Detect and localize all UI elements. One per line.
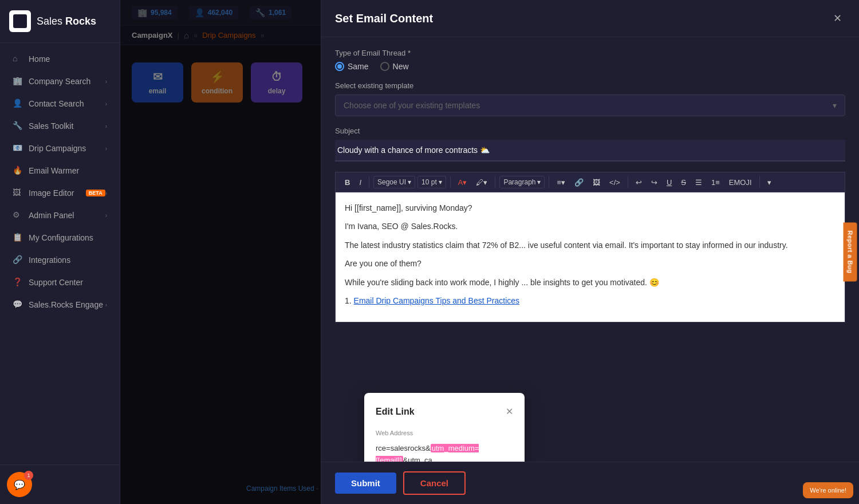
chevron-right-icon: › bbox=[105, 212, 107, 219]
thread-type-field: Type of Email Thread * Same New bbox=[335, 49, 845, 71]
sidebar-logo: Sales Rocks bbox=[0, 0, 120, 43]
sidebar-item-contact-search[interactable]: 👤 Contact Search › bbox=[3, 93, 116, 115]
sidebar-item-engage[interactable]: 💬 Sales.Rocks Engage › bbox=[3, 294, 116, 316]
sidebar-item-sales-toolkit[interactable]: 🔧 Sales Toolkit › bbox=[3, 115, 116, 137]
thread-radio-group: Same New bbox=[335, 62, 845, 71]
chevron-right-icon: › bbox=[105, 123, 107, 129]
chat-button[interactable]: 💬 1 bbox=[7, 472, 32, 497]
submit-button[interactable]: Submit bbox=[335, 472, 396, 494]
sidebar-item-email-warmer[interactable]: 🔥 Email Warmer bbox=[3, 160, 116, 182]
sidebar-item-label: Admin Panel bbox=[29, 211, 105, 220]
image-editor-icon: 🖼 bbox=[13, 188, 23, 198]
radio-new-circle bbox=[380, 62, 389, 71]
integrations-icon: 🔗 bbox=[13, 255, 23, 265]
warmer-icon: 🔥 bbox=[13, 166, 23, 176]
editor-line-3: I'm Ivana, SEO @ Sales.Rocks. bbox=[345, 220, 836, 233]
template-select[interactable]: Choose one of your existing templates ▾ bbox=[335, 94, 845, 116]
popup-close-button[interactable]: ✕ bbox=[506, 404, 513, 419]
emoji-button[interactable]: EMOJI bbox=[726, 176, 755, 188]
strikethrough-button[interactable]: S bbox=[677, 176, 689, 188]
link-button[interactable]: 🔗 bbox=[571, 176, 587, 188]
sidebar: Sales Rocks ⌂ Home 🏢 Company Search › 👤 … bbox=[0, 0, 120, 504]
modal-title: Set Email Content bbox=[335, 12, 433, 25]
modal-footer: Submit Cancel bbox=[321, 462, 859, 504]
toolkit-icon: 🔧 bbox=[13, 121, 23, 131]
sidebar-item-support-center[interactable]: ❓ Support Center bbox=[3, 271, 116, 293]
subject-label: Subject bbox=[335, 127, 845, 135]
chevron-down-icon: ▾ bbox=[439, 178, 442, 186]
cancel-button[interactable]: Cancel bbox=[403, 471, 466, 495]
chat-icon: 💬 bbox=[14, 479, 25, 490]
sidebar-item-image-editor[interactable]: 🖼 Image Editor BETA › bbox=[3, 182, 116, 204]
highlight-button[interactable]: 🖊▾ bbox=[472, 176, 491, 188]
chevron-down-icon: ▾ bbox=[537, 178, 541, 186]
contact-icon: 👤 bbox=[13, 99, 23, 109]
editor-body[interactable]: Hi [[first_name]], surviving Monday? I'm… bbox=[335, 192, 845, 322]
editor-link[interactable]: Email Drip Campaigns Tips and Best Pract… bbox=[354, 296, 519, 305]
sidebar-item-label: Home bbox=[29, 54, 107, 64]
logo-icon bbox=[9, 10, 31, 32]
sidebar-item-label: Sales.Rocks Engage bbox=[29, 300, 105, 309]
sidebar-item-home[interactable]: ⌂ Home bbox=[3, 48, 116, 70]
modal-close-button[interactable]: ✕ bbox=[829, 10, 845, 26]
toolbar-separator-6 bbox=[759, 176, 760, 188]
main-area: 🏢 95,984 👤 462,040 🔧 1,061 CampaignX | ⌂… bbox=[120, 0, 859, 504]
undo-button[interactable]: ↩ bbox=[632, 176, 645, 188]
chevron-down-icon: ▾ bbox=[833, 101, 837, 110]
toolbar-separator-2 bbox=[450, 176, 451, 188]
more-options-button[interactable]: ▾ bbox=[764, 176, 775, 188]
numbered-list-button[interactable]: 1≡ bbox=[708, 176, 723, 188]
template-label: Select existing template bbox=[335, 81, 845, 90]
radio-new[interactable]: New bbox=[380, 62, 409, 71]
template-placeholder: Choose one of your existing templates bbox=[344, 101, 480, 110]
sidebar-item-label: Company Search bbox=[29, 77, 105, 86]
template-field: Select existing template Choose one of y… bbox=[335, 81, 845, 116]
bold-button[interactable]: B bbox=[341, 176, 353, 188]
home-icon: ⌂ bbox=[13, 54, 23, 64]
chevron-right-icon: › bbox=[105, 101, 107, 107]
toolbar-separator-1 bbox=[369, 176, 369, 188]
web-address-label: Web Address bbox=[376, 428, 513, 439]
editor-toolbar: B I Segoe UI ▾ 10 pt ▾ A▾ 🖊▾ bbox=[335, 172, 845, 192]
popup-web-address-field: Web Address rce=salesrocks&utm_medium=[[… bbox=[376, 428, 513, 462]
redo-button[interactable]: ↪ bbox=[648, 176, 661, 188]
code-button[interactable]: </> bbox=[606, 176, 624, 188]
sidebar-item-label: My Configurations bbox=[29, 233, 107, 242]
sidebar-item-label: Sales Toolkit bbox=[29, 121, 105, 131]
italic-button[interactable]: I bbox=[356, 176, 365, 188]
image-button[interactable]: 🖼 bbox=[589, 176, 604, 188]
we-online-button[interactable]: We're online! bbox=[803, 482, 853, 498]
sidebar-item-integrations[interactable]: 🔗 Integrations bbox=[3, 249, 116, 271]
font-color-button[interactable]: A▾ bbox=[455, 176, 471, 188]
chevron-right-icon: › bbox=[105, 190, 107, 196]
support-icon: ❓ bbox=[13, 277, 23, 288]
bullet-list-button[interactable]: ☰ bbox=[692, 176, 706, 188]
popup-title: Edit Link bbox=[376, 404, 415, 419]
logo-text: Sales Rocks bbox=[37, 15, 96, 27]
web-address-post: &utm_ca bbox=[403, 456, 432, 462]
toolbar-separator-4 bbox=[549, 176, 549, 188]
bug-report-tab[interactable]: Report a Bug bbox=[843, 222, 857, 281]
radio-same-label: Same bbox=[348, 62, 369, 71]
web-address-pre: rce=salesrocks& bbox=[376, 444, 431, 452]
font-family-value: Segoe UI bbox=[377, 178, 406, 186]
align-button[interactable]: ≡▾ bbox=[553, 176, 569, 188]
modal-panel: Set Email Content ✕ Type of Email Thread… bbox=[321, 0, 859, 504]
editor-line-4: The latest industry statistics claim tha… bbox=[345, 239, 836, 251]
font-family-dropdown[interactable]: Segoe UI ▾ bbox=[373, 176, 415, 188]
sidebar-item-admin-panel[interactable]: ⚙ Admin Panel › bbox=[3, 204, 116, 226]
paragraph-value: Paragraph bbox=[503, 178, 535, 186]
paragraph-dropdown[interactable]: Paragraph ▾ bbox=[499, 176, 545, 188]
radio-same[interactable]: Same bbox=[335, 62, 369, 71]
toolbar-separator-3 bbox=[495, 176, 495, 188]
engage-icon: 💬 bbox=[13, 300, 23, 310]
sidebar-item-company-search[interactable]: 🏢 Company Search › bbox=[3, 70, 116, 92]
sidebar-item-drip-campaigns[interactable]: 📧 Drip Campaigns › bbox=[3, 137, 116, 159]
subject-input[interactable] bbox=[335, 140, 845, 162]
toolbar-separator-5 bbox=[628, 176, 628, 188]
font-size-dropdown[interactable]: 10 pt ▾ bbox=[417, 176, 446, 188]
sidebar-item-my-configurations[interactable]: 📋 My Configurations bbox=[3, 227, 116, 249]
admin-icon: ⚙ bbox=[13, 210, 23, 220]
underline-button[interactable]: U bbox=[663, 176, 675, 188]
radio-same-circle bbox=[335, 62, 344, 71]
